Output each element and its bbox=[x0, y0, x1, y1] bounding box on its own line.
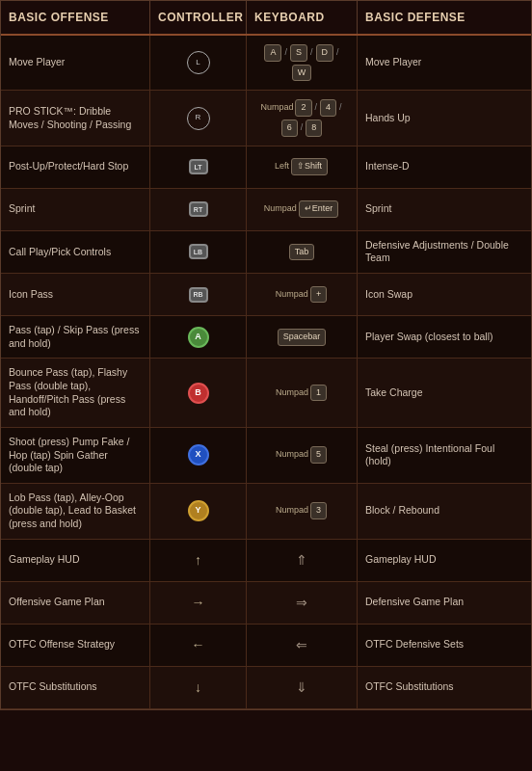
offense-cell: PRO STICK™: Dribble Moves / Shooting / P… bbox=[1, 91, 150, 145]
table-row: Gameplay HUD ↑ ⇑ Gameplay HUD bbox=[1, 540, 531, 582]
table-row: Icon Pass RB Numpad + Icon Swap bbox=[1, 274, 531, 316]
key-d: D bbox=[316, 44, 334, 62]
key-np1: 1 bbox=[310, 385, 327, 402]
rt-icon: RT bbox=[189, 201, 208, 217]
table-header: BASIC OFFENSE CONTROLLER KEYBOARD BASIC … bbox=[1, 1, 531, 36]
table-row: Post-Up/Protect/Hard Stop LT Left ⇧Shift… bbox=[1, 146, 531, 189]
key-a: A bbox=[264, 44, 281, 62]
keyboard-header: KEYBOARD bbox=[247, 1, 358, 34]
controller-cell: ← bbox=[150, 625, 247, 666]
table-row: Call Play/Pick Controls LB Tab Defensive… bbox=[1, 231, 531, 274]
key-enter: ↵Enter bbox=[299, 200, 339, 218]
defense-cell: Block / Rebound bbox=[358, 484, 517, 539]
table-row: Sprint RT Numpad ↵Enter Sprint bbox=[1, 189, 531, 231]
defense-cell: OTFC Substitutions bbox=[358, 667, 517, 708]
rb-icon: RB bbox=[189, 287, 208, 303]
defense-cell: Player Swap (closest to ball) bbox=[358, 316, 517, 358]
defense-cell: OTFC Defensive Sets bbox=[358, 625, 517, 666]
controller-cell: → bbox=[150, 582, 247, 624]
table-row: Pass (tap) / Skip Pass (press and hold) … bbox=[1, 316, 531, 359]
lb-icon: LB bbox=[189, 244, 208, 259]
key-np3: 3 bbox=[310, 502, 327, 519]
lt-icon: LT bbox=[189, 159, 208, 174]
stick-l-icon: L bbox=[187, 51, 210, 74]
key-plus: + bbox=[310, 286, 327, 304]
keyboard-cell: Numpad 1 bbox=[247, 359, 358, 427]
defense-cell: Take Charge bbox=[358, 359, 517, 427]
keyboard-cell: Numpad + bbox=[247, 274, 358, 315]
controller-cell: ↓ bbox=[150, 667, 247, 708]
offense-cell: Move Player bbox=[1, 36, 150, 90]
key-s: S bbox=[290, 44, 307, 62]
controller-cell: R bbox=[150, 91, 247, 145]
offense-cell: Call Play/Pick Controls bbox=[1, 231, 150, 273]
keyboard-cell: Numpad 3 bbox=[247, 484, 358, 539]
keyboard-cell: ⇑ bbox=[247, 540, 358, 581]
controller-cell: X bbox=[150, 428, 247, 483]
controller-cell: RB bbox=[150, 274, 247, 315]
offense-cell: Bounce Pass (tap), Flashy Pass (double t… bbox=[1, 359, 150, 427]
defense-cell: Move Player bbox=[358, 36, 517, 90]
btn-b-icon: B bbox=[188, 383, 209, 404]
key-np5: 5 bbox=[310, 446, 327, 464]
dpad-down-icon: ↓ bbox=[195, 678, 201, 696]
key-shift: ⇧Shift bbox=[291, 158, 328, 175]
offense-cell: Gameplay HUD bbox=[1, 540, 150, 581]
controller-cell: A bbox=[150, 316, 247, 358]
key-np2: 2 bbox=[295, 99, 311, 117]
offense-cell: OTFC Substitutions bbox=[1, 667, 150, 708]
key-np8: 8 bbox=[306, 120, 322, 137]
controller-cell: L bbox=[150, 36, 247, 90]
table-row: Move Player L A/ S/ D/ W Move Player bbox=[1, 36, 531, 91]
stick-r-icon: R bbox=[187, 107, 210, 130]
btn-x-icon: X bbox=[188, 444, 209, 465]
key-np6: 6 bbox=[281, 120, 298, 137]
table-row: Shoot (press) Pump Fake / Hop (tap) Spin… bbox=[1, 428, 531, 484]
arrow-right-icon: ⇒ bbox=[296, 594, 307, 611]
offense-cell: Shoot (press) Pump Fake / Hop (tap) Spin… bbox=[1, 428, 150, 483]
offense-cell: Pass (tap) / Skip Pass (press and hold) bbox=[1, 316, 150, 358]
btn-y-icon: Y bbox=[188, 500, 209, 521]
offense-cell: Offensive Game Plan bbox=[1, 582, 150, 624]
controller-cell: LT bbox=[150, 146, 247, 188]
defense-cell: Sprint bbox=[358, 189, 517, 230]
defense-cell: Defensive Game Plan bbox=[358, 582, 517, 624]
keyboard-cell: Left ⇧Shift bbox=[247, 146, 358, 188]
defense-cell: Steal (press) Intentional Foul (hold) bbox=[358, 428, 517, 483]
keyboard-cell: Numpad 2/ 4/ 6/ 8 bbox=[247, 91, 358, 145]
controller-cell: LB bbox=[150, 231, 247, 273]
keyboard-cell: ⇓ bbox=[247, 667, 358, 708]
arrow-down-icon: ⇓ bbox=[296, 678, 307, 696]
key-np4: 4 bbox=[320, 99, 336, 117]
keyboard-cell: A/ S/ D/ W bbox=[247, 36, 358, 90]
keyboard-cell: Numpad 5 bbox=[247, 428, 358, 483]
defense-cell: Intense-D bbox=[358, 146, 517, 188]
defense-cell: Hands Up bbox=[358, 91, 517, 145]
offense-cell: Sprint bbox=[1, 189, 150, 230]
keyboard-cell: ⇒ bbox=[247, 582, 358, 624]
dpad-up-icon: ↑ bbox=[195, 551, 201, 569]
table-row: Bounce Pass (tap), Flashy Pass (double t… bbox=[1, 359, 531, 428]
table-row: PRO STICK™: Dribble Moves / Shooting / P… bbox=[1, 91, 531, 146]
dpad-left-icon: ← bbox=[192, 636, 205, 653]
offense-cell: Icon Pass bbox=[1, 274, 150, 315]
table-row: Lob Pass (tap), Alley-Oop (double tap), … bbox=[1, 484, 531, 540]
arrow-up-icon: ⇑ bbox=[296, 551, 307, 569]
defense-cell: Icon Swap bbox=[358, 274, 517, 315]
offense-cell: Lob Pass (tap), Alley-Oop (double tap), … bbox=[1, 484, 150, 539]
table-row: OTFC Substitutions ↓ ⇓ OTFC Substitution… bbox=[1, 667, 531, 709]
keyboard-cell: Tab bbox=[247, 231, 358, 273]
controller-cell: B bbox=[150, 359, 247, 427]
offense-header: BASIC OFFENSE bbox=[1, 1, 150, 34]
dpad-right-icon: → bbox=[192, 594, 205, 611]
controls-table: BASIC OFFENSE CONTROLLER KEYBOARD BASIC … bbox=[0, 0, 532, 710]
controller-cell: Y bbox=[150, 484, 247, 539]
btn-a-icon: A bbox=[188, 327, 209, 348]
keyboard-cell: ⇐ bbox=[247, 625, 358, 666]
controller-cell: RT bbox=[150, 189, 247, 230]
key-tab: Tab bbox=[289, 244, 315, 261]
keyboard-cell: Numpad ↵Enter bbox=[247, 189, 358, 230]
key-space: Spacebar bbox=[278, 329, 327, 346]
table-row: OTFC Offense Strategy ← ⇐ OTFC Defensive… bbox=[1, 625, 531, 667]
table-row: Offensive Game Plan → ⇒ Defensive Game P… bbox=[1, 582, 531, 625]
